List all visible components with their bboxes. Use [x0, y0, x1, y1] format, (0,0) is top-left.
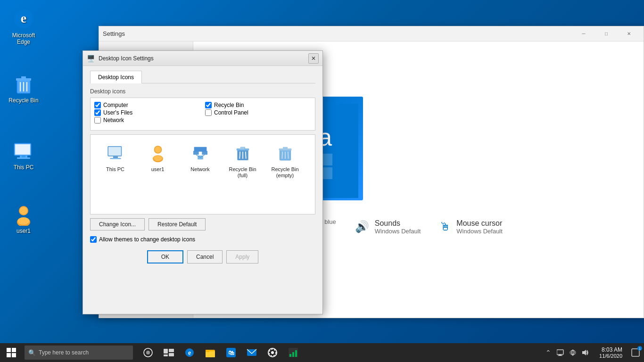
svg-rect-20 [108, 147, 121, 156]
cortana-button[interactable] [139, 343, 157, 362]
svg-marker-77 [582, 350, 586, 355]
dialog-footer: OK Cancel Apply [90, 250, 315, 263]
network-tray-icon[interactable] [567, 343, 578, 362]
recycle-empty-preview-icon [274, 142, 297, 165]
task-view-button[interactable] [159, 343, 178, 362]
svg-text:e: e [188, 349, 191, 356]
edge-taskbar-button[interactable]: e [180, 343, 199, 362]
allow-themes-checkbox[interactable] [90, 236, 97, 243]
checkbox-users-files[interactable]: User's Files [94, 109, 200, 116]
svg-rect-14 [22, 156, 25, 157]
tray-display-icon[interactable] [555, 343, 566, 362]
network-label: Network [103, 117, 124, 123]
desktop-icon-recycle[interactable]: Recycle Bin [5, 70, 42, 107]
svg-line-39 [245, 152, 246, 159]
taskbar-app-icons: e 🛍 [139, 343, 303, 362]
notification-badge: 1 [637, 346, 642, 351]
start-button[interactable] [0, 343, 23, 362]
cancel-button[interactable]: Cancel [187, 250, 223, 263]
dialog-title-area: 🖥️ Desktop Icon Settings [87, 55, 154, 62]
edge-label: Microsoft Edge [8, 32, 40, 46]
computer-checkbox[interactable] [94, 102, 101, 108]
sounds-option[interactable]: 🔊 Sounds Windows Default [355, 219, 421, 235]
restore-default-button[interactable]: Restore Default [149, 218, 206, 230]
svg-point-26 [153, 156, 162, 162]
svg-rect-71 [295, 350, 297, 357]
mouse-label: Mouse cursor [456, 219, 503, 228]
task-manager-button[interactable] [284, 343, 303, 362]
recycle-bin-icon [12, 73, 35, 95]
preview-network[interactable]: Network [180, 140, 220, 175]
svg-text:e: e [21, 11, 26, 25]
network-checkbox[interactable] [94, 117, 101, 123]
network-preview-label: Network [190, 166, 209, 173]
desktop-icons-section: Computer Recycle Bin User's Files [90, 98, 315, 131]
search-placeholder: Type here to search [39, 349, 89, 356]
store-button[interactable]: 🛍 [222, 343, 240, 362]
svg-rect-11 [17, 157, 30, 159]
preview-thispc[interactable]: This PC [95, 140, 135, 175]
change-icon-button[interactable]: Change Icon... [90, 218, 145, 230]
checkboxes-area: Computer Recycle Bin User's Files [94, 102, 311, 123]
recycle-full-preview-icon [231, 142, 254, 165]
maximize-button[interactable]: □ [595, 26, 617, 41]
thispc-label: This PC [14, 164, 34, 171]
minimize-button[interactable]: ─ [573, 26, 594, 41]
preview-recycle-empty[interactable]: Recycle Bin (empty) [265, 140, 305, 181]
dialog-close-button[interactable]: ✕ [308, 53, 319, 64]
svg-line-37 [239, 152, 240, 159]
section-title: Desktop icons [90, 88, 315, 95]
tab-desktop-icons[interactable]: Desktop Icons [90, 71, 142, 83]
svg-rect-47 [7, 348, 11, 352]
clock-time: 8:03 AM [602, 346, 622, 353]
user1-icon [12, 203, 35, 226]
taskbar-right: ⌃ [539, 343, 644, 362]
icon-buttons-row: Change Icon... Restore Default [90, 218, 315, 230]
control-panel-checkbox[interactable] [205, 109, 212, 116]
allow-themes-label[interactable]: Allow themes to change desktop icons [90, 236, 315, 243]
settings-taskbar-button[interactable] [263, 343, 282, 362]
checkbox-control-panel[interactable]: Control Panel [205, 109, 311, 116]
desktop-icon-user1[interactable]: user1 [5, 200, 42, 237]
svg-point-66 [271, 351, 274, 354]
close-settings-button[interactable]: ✕ [618, 26, 640, 41]
svg-marker-40 [239, 147, 245, 149]
mail-button[interactable] [242, 343, 261, 362]
taskbar: 🔍 Type here to search e [0, 343, 644, 362]
settings-titlebar: Settings ─ □ ✕ [99, 26, 644, 41]
mouse-option[interactable]: 🖱 Mouse cursor Windows Default [439, 219, 503, 235]
users-files-checkbox[interactable] [94, 109, 101, 116]
svg-rect-69 [289, 354, 291, 357]
system-clock[interactable]: 8:03 AM 11/6/2020 [594, 343, 627, 362]
desktop-icon-edge[interactable]: e Microsoft Edge [5, 5, 42, 49]
dialog-body: Desktop Icons Desktop icons Computer Rec… [83, 66, 322, 268]
svg-rect-70 [292, 352, 294, 357]
ok-button[interactable]: OK [147, 250, 183, 263]
allow-themes-text: Allow themes to change desktop icons [99, 236, 195, 243]
file-explorer-button[interactable] [201, 343, 220, 362]
preview-user1[interactable]: user1 [138, 140, 178, 175]
svg-point-25 [155, 147, 161, 153]
icon-preview-area: This PC user1 [90, 134, 315, 214]
checkbox-recycle-bin[interactable]: Recycle Bin [205, 102, 311, 108]
recycle-full-label: Recycle Bin (full) [225, 166, 260, 179]
svg-rect-56 [164, 354, 168, 356]
svg-rect-43 [283, 147, 288, 149]
volume-tray-icon[interactable] [579, 343, 591, 362]
recycle-bin-cb-label: Recycle Bin [214, 102, 244, 108]
sounds-icon: 🔊 [355, 220, 369, 233]
svg-rect-21 [113, 156, 118, 158]
svg-point-17 [20, 207, 27, 214]
checkbox-computer[interactable]: Computer [94, 102, 200, 108]
recycle-bin-checkbox[interactable] [205, 102, 212, 108]
tray-expand-button[interactable]: ⌃ [543, 343, 554, 362]
recycle-empty-label: Recycle Bin (empty) [267, 166, 303, 179]
checkbox-network[interactable]: Network [94, 117, 200, 123]
preview-recycle-full[interactable]: Recycle Bin (full) [223, 140, 263, 181]
thispc-preview-label: This PC [106, 166, 124, 173]
apply-button[interactable]: Apply [226, 250, 258, 263]
desktop-icon-thispc[interactable]: This PC [5, 137, 42, 173]
taskbar-search[interactable]: 🔍 Type here to search [25, 346, 133, 360]
notification-center-button[interactable]: 1 [627, 343, 644, 362]
svg-rect-22 [110, 158, 121, 159]
